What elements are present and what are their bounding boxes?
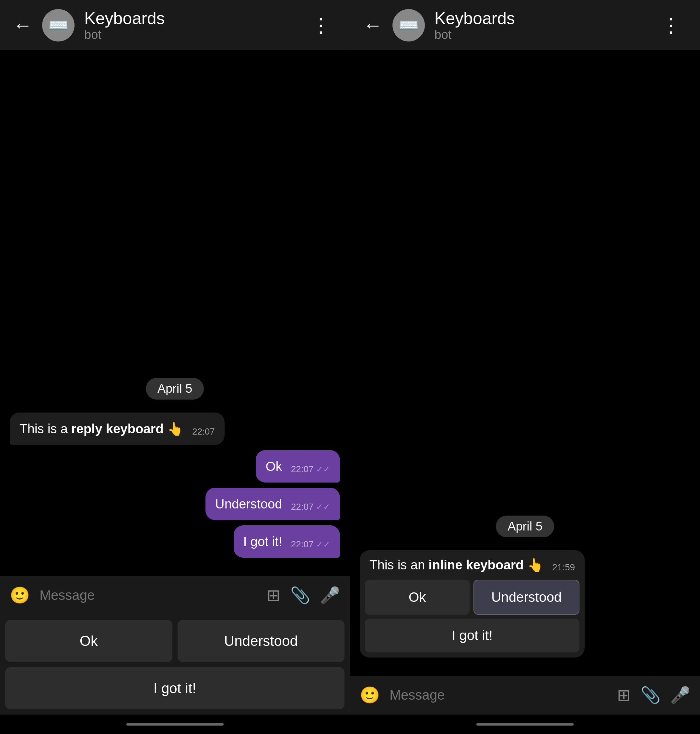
left-msg3-time: 22:07 [291, 500, 330, 513]
right-avatar-icon: ⌨️ [393, 9, 425, 41]
right-mic-icon[interactable]: 🎤 [670, 686, 690, 705]
right-header-info: Keyboards bot [435, 9, 655, 42]
right-inline-keyboard-row1: Ok Understood [365, 580, 579, 615]
left-date-badge: April 5 [146, 378, 204, 400]
left-msg4-time: 22:07 [291, 538, 330, 550]
right-chat-area: April 5 This is an inline keyboard 👆 21:… [350, 50, 700, 676]
keyboard-btn-igotit[interactable]: I got it! [5, 667, 344, 709]
right-attach-icon[interactable]: 📎 [640, 686, 660, 705]
left-message-row-3: Understood 22:07 [10, 488, 340, 520]
right-keyboard-icon[interactable]: ⊞ [617, 686, 631, 705]
left-message-input[interactable] [40, 587, 257, 603]
left-chat-name: Keyboards [84, 9, 304, 28]
left-msg1-bold: reply keyboard [71, 422, 164, 436]
right-date-badge: April 5 [496, 516, 554, 537]
left-mic-icon[interactable]: 🎤 [320, 586, 340, 605]
right-message-row-1: This is an inline keyboard 👆 21:59 Ok Un… [360, 550, 690, 658]
right-inline-keyboard-row2: I got it! [365, 619, 579, 652]
right-emoji-button[interactable]: 🙂 [360, 686, 380, 705]
left-msg3-text: Understood [215, 497, 282, 511]
right-panel: April 5 This is an inline keyboard 👆 21:… [350, 50, 700, 734]
right-avatar: ⌨️ [393, 9, 425, 41]
left-chat-subtitle: bot [84, 28, 304, 42]
right-back-button[interactable]: ← [363, 14, 383, 36]
left-home-bar [126, 723, 224, 725]
left-outgoing-bubble-igotit: I got it! 22:07 [234, 525, 340, 558]
inline-btn-ok[interactable]: Ok [365, 580, 469, 615]
left-msg1-prefix: This is a [19, 422, 71, 436]
left-panel: April 5 This is a reply keyboard 👆 22:07… [0, 50, 350, 734]
right-more-button[interactable]: ⋮ [654, 11, 687, 40]
left-msg1-suffix: 👆 [164, 422, 184, 436]
left-more-button[interactable]: ⋮ [304, 11, 337, 40]
right-msg1-time: 21:59 [552, 562, 575, 573]
right-msg1-suffix: 👆 [524, 558, 544, 572]
right-chat-subtitle: bot [435, 28, 655, 42]
left-message-row-2: Ok 22:07 [10, 450, 340, 482]
left-avatar: ⌨️ [42, 9, 75, 41]
inline-btn-understood[interactable]: Understood [474, 580, 579, 615]
right-input-bar: 🙂 ⊞ 📎 🎤 [350, 676, 700, 715]
left-emoji-button[interactable]: 🙂 [10, 586, 30, 605]
right-msg1-prefix: This is an [369, 558, 428, 572]
right-msg1-bold: inline keyboard [428, 558, 524, 572]
left-reply-keyboard: Ok Understood I got it! [0, 615, 350, 715]
right-inline-message-text: This is an inline keyboard 👆 21:59 [360, 550, 585, 576]
left-message-row-1: This is a reply keyboard 👆 22:07 [10, 413, 340, 445]
right-message-input[interactable] [390, 687, 607, 703]
left-header-panel: ← ⌨️ Keyboards bot ⋮ [0, 0, 350, 50]
right-inline-message-container: This is an inline keyboard 👆 21:59 Ok Un… [360, 550, 585, 658]
header-bar: ← ⌨️ Keyboards bot ⋮ ← ⌨️ Keyboards bot … [0, 0, 700, 50]
left-msg4-text: I got it! [243, 534, 282, 549]
keyboard-btn-understood[interactable]: Understood [178, 620, 345, 662]
left-avatar-icon: ⌨️ [42, 9, 75, 41]
keyboard-btn-ok[interactable]: Ok [5, 620, 172, 662]
left-outgoing-bubble-understood: Understood 22:07 [206, 488, 340, 520]
left-input-bar: 🙂 ⊞ 📎 🎤 [0, 576, 350, 615]
right-home-bar [476, 723, 574, 725]
left-attach-icon[interactable]: 📎 [290, 586, 310, 605]
left-back-button[interactable]: ← [13, 14, 32, 36]
left-msg2-time: 22:07 [291, 463, 330, 475]
main-content: April 5 This is a reply keyboard 👆 22:07… [0, 50, 700, 734]
right-inline-keyboard: Ok Understood I got it! [360, 580, 585, 658]
right-chat-name: Keyboards [435, 9, 655, 28]
left-home-indicator [0, 715, 350, 734]
right-home-indicator [350, 715, 700, 734]
left-message-row-4: I got it! 22:07 [10, 525, 340, 558]
left-msg1-time: 22:07 [192, 425, 215, 438]
inline-btn-igotit[interactable]: I got it! [365, 619, 579, 652]
left-msg2-text: Ok [265, 459, 282, 474]
left-keyboard-icon[interactable]: ⊞ [267, 586, 280, 605]
left-outgoing-bubble-ok: Ok 22:07 [256, 450, 340, 482]
right-header-panel: ← ⌨️ Keyboards bot ⋮ [350, 0, 700, 50]
left-incoming-bubble: This is a reply keyboard 👆 22:07 [10, 413, 225, 445]
left-header-info: Keyboards bot [84, 9, 304, 42]
left-chat-area: April 5 This is a reply keyboard 👆 22:07… [0, 50, 350, 576]
